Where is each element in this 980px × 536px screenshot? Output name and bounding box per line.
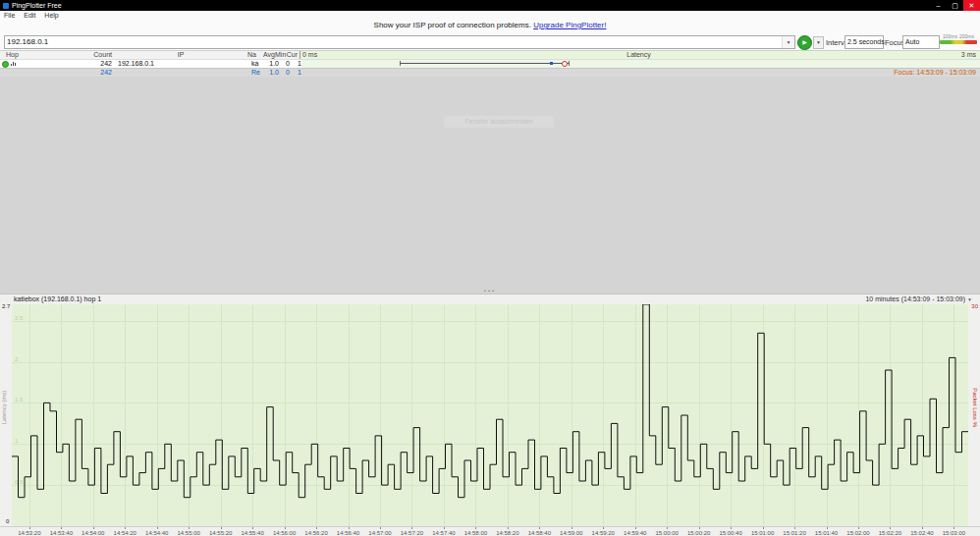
minimize-button[interactable]: –: [930, 0, 947, 11]
time-tick-label: 14:54:40: [145, 530, 168, 536]
range-end-tick: [569, 61, 570, 66]
time-tick-mark: [285, 527, 286, 529]
time-tick-label: 14:59:20: [592, 530, 615, 536]
time-tick-mark: [221, 527, 222, 529]
interval-value: 2.5 seconds: [847, 36, 885, 48]
hop-row[interactable]: 242 192.168.0.1 ka 1.0 0 1: [0, 60, 980, 68]
window-title: PingPlotter Free: [12, 0, 930, 11]
workspace-watermark: Fenster ausschneiden: [444, 116, 554, 128]
col-header-count[interactable]: Count: [26, 51, 114, 59]
interval-select[interactable]: 2.5 seconds: [844, 35, 884, 49]
latency-gradient-bar: [940, 40, 977, 44]
start-options-dropdown[interactable]: ▼: [813, 36, 824, 49]
time-tick-mark: [890, 527, 891, 529]
y-axis-min-label: 0: [6, 518, 9, 524]
col-header-hop[interactable]: Hop: [0, 51, 26, 59]
time-tick-mark: [763, 527, 764, 529]
latency-header-label: Latency: [298, 51, 980, 59]
time-tick-mark: [444, 527, 445, 529]
time-tick-label: 14:56:00: [273, 530, 296, 536]
maximize-button[interactable]: ▢: [947, 0, 963, 11]
timegraph-title: katiebox (192.168.0.1) hop 1: [14, 295, 101, 302]
time-tick-label: 14:54:00: [82, 530, 104, 536]
gridline-value-label: 1: [15, 438, 19, 444]
y-axis-max-label: 2.7: [2, 303, 10, 309]
time-tick-label: 15:01:40: [815, 530, 838, 536]
time-tick-mark: [475, 527, 476, 529]
time-tick-mark: [953, 527, 954, 529]
timegraph-range-selector[interactable]: 10 minutes (14:53:09 - 15:03:09)▼: [865, 295, 972, 302]
start-trace-button[interactable]: ▶: [797, 35, 812, 50]
time-tick-mark: [572, 527, 572, 529]
hop-grid: Hop Count IP Na Avg Min Cur 0 ms Latency…: [0, 51, 980, 78]
time-tick-mark: [508, 527, 509, 529]
time-tick-mark: [189, 527, 190, 529]
avg-cell: 1.0: [264, 60, 279, 68]
summary-latency-cell: Focus: 14:53:09 - 15:03:09: [301, 69, 980, 77]
time-tick-mark: [411, 527, 412, 529]
col-header-latency: 0 ms Latency 3 ms: [298, 51, 980, 59]
time-tick-mark: [380, 527, 381, 529]
menu-item-file[interactable]: File: [4, 12, 15, 19]
latency-plot[interactable]: 0.511.522.5: [12, 304, 968, 526]
menu-bar: FileEditHelp: [0, 11, 980, 20]
col-header-cur[interactable]: Cur: [286, 51, 298, 59]
time-tick-label: 14:53:40: [50, 530, 73, 536]
time-tick-label: 15:02:40: [910, 530, 933, 536]
time-tick-mark: [731, 527, 732, 529]
legend-100ms-label: 100ms: [943, 34, 957, 39]
time-tick-label: 15:00:00: [656, 530, 679, 536]
status-up-icon: [2, 61, 9, 68]
focus-range-label: Focus: 14:53:09 - 15:03:09: [894, 69, 976, 77]
y2-axis-max-label: 30: [971, 303, 978, 309]
time-tick-label: 15:02:20: [879, 530, 901, 536]
upgrade-link[interactable]: Upgrade PingPlotter!: [533, 21, 606, 29]
latency-scale-max: 3 ms: [961, 51, 976, 59]
time-tick-label: 14:55:00: [178, 530, 200, 536]
range-line: [400, 63, 569, 64]
time-tick-label: 14:57:20: [401, 530, 423, 536]
time-tick-mark: [858, 527, 859, 529]
time-tick-label: 14:59:00: [560, 530, 582, 536]
menu-item-edit[interactable]: Edit: [24, 12, 35, 19]
time-tick-label: 15:00:40: [719, 530, 741, 536]
latency-range-cell: [301, 60, 980, 68]
hop-activity-icon: [11, 62, 16, 66]
time-tick-label: 14:58:20: [496, 530, 518, 536]
time-tick-mark: [29, 527, 30, 529]
y2-axis-title: Packet Loss %: [972, 384, 978, 431]
time-tick-label: 15:00:20: [687, 530, 710, 536]
summary-hop-cell: [0, 69, 26, 77]
time-tick-mark: [827, 527, 828, 529]
time-tick-label: 15:03:00: [943, 530, 965, 536]
col-header-avg[interactable]: Avg: [260, 51, 275, 59]
target-combo: ▼: [4, 35, 795, 49]
col-header-ip[interactable]: IP: [114, 51, 247, 59]
time-tick-mark: [635, 527, 636, 529]
time-tick-mark: [93, 527, 94, 529]
gridline-value-label: 0.5: [15, 479, 24, 485]
close-button[interactable]: ✕: [963, 0, 980, 11]
gridline-value-label: 2: [15, 356, 19, 362]
app-icon: [3, 3, 9, 9]
workspace-background: Fenster ausschneiden: [0, 77, 980, 290]
latency-color-legend: 100ms 200ms: [940, 34, 977, 46]
target-input[interactable]: [5, 36, 783, 46]
summary-name-cell: Re: [251, 69, 264, 77]
timegraph-header: katiebox (192.168.0.1) hop 1 10 minutes …: [0, 295, 980, 304]
time-tick-label: 14:59:40: [624, 530, 646, 536]
grid-header-row: Hop Count IP Na Avg Min Cur 0 ms Latency…: [0, 51, 980, 60]
title-bar: PingPlotter Free – ▢ ✕: [0, 0, 980, 11]
count-cell: 242: [26, 60, 114, 68]
chevron-down-icon[interactable]: ▼: [782, 36, 794, 48]
focus-select[interactable]: Auto: [902, 35, 940, 49]
col-header-min[interactable]: Min: [275, 51, 286, 59]
menu-item-help[interactable]: Help: [44, 12, 58, 19]
time-axis: 14:53:2014:53:4014:54:0014:54:2014:54:40…: [0, 526, 980, 536]
time-tick-label: 14:57:40: [432, 530, 455, 536]
gridline-value-label: 1.5: [15, 397, 24, 402]
time-tick-label: 15:01:00: [751, 530, 774, 536]
timegraph-range-label: 10 minutes (14:53:09 - 15:03:09): [865, 295, 965, 302]
col-header-name[interactable]: Na: [247, 51, 260, 59]
time-tick-mark: [922, 527, 923, 529]
